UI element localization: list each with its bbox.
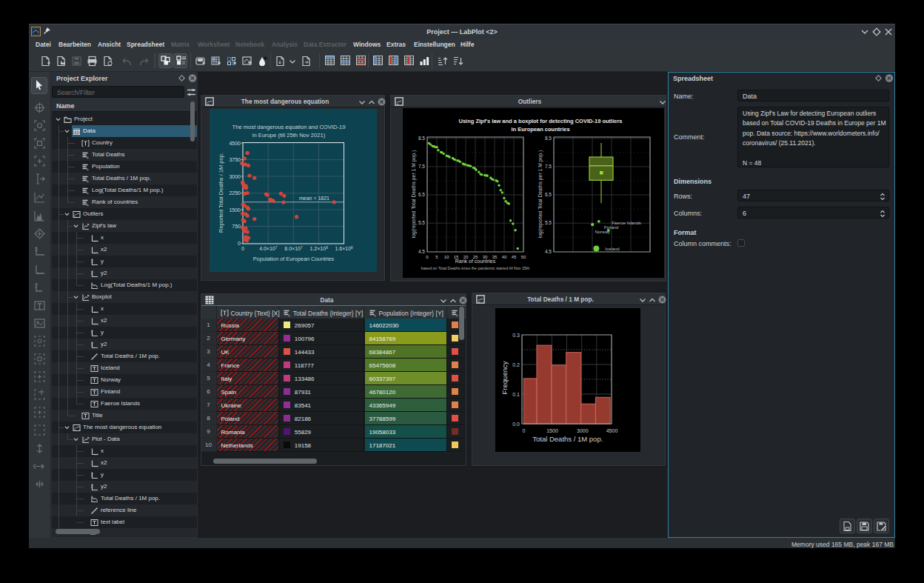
svg-text:Finland: Finland xyxy=(604,225,619,230)
svg-text:0: 0 xyxy=(241,246,244,251)
svg-text:Faeroe Islands: Faeroe Islands xyxy=(612,221,641,225)
svg-text:1500: 1500 xyxy=(546,428,558,433)
svg-text:log(reported Total Deaths per: log(reported Total Deaths per 1 M pop.) xyxy=(538,150,543,239)
svg-text:6.5: 6.5 xyxy=(545,192,552,197)
svg-text:0: 0 xyxy=(238,241,241,246)
svg-text:0.3: 0.3 xyxy=(512,333,520,338)
svg-text:in European countries: in European countries xyxy=(511,126,569,133)
svg-text:3000: 3000 xyxy=(577,428,589,433)
svg-text:7.5: 7.5 xyxy=(418,164,425,169)
svg-text:Iceland: Iceland xyxy=(605,247,619,251)
svg-text:based on Total Deaths since th: based on Total Deaths since the pandemic… xyxy=(421,266,530,270)
svg-text:45: 45 xyxy=(512,255,517,259)
svg-text:8.5: 8.5 xyxy=(418,136,425,141)
svg-text:in Europe (till 25th Nov 2021): in Europe (till 25th Nov 2021) xyxy=(252,132,326,139)
svg-text:Frequency: Frequency xyxy=(500,361,509,394)
svg-text:0: 0 xyxy=(523,428,526,433)
svg-text:Total Deaths / 1M pop.: Total Deaths / 1M pop. xyxy=(532,435,603,443)
svg-text:7.5: 7.5 xyxy=(545,164,552,169)
svg-text:5.5: 5.5 xyxy=(545,220,552,225)
svg-text:0.0: 0.0 xyxy=(512,422,520,427)
svg-text:4500: 4500 xyxy=(606,428,618,433)
svg-text:log(reported Total Deaths per: log(reported Total Deaths per 1 M pop.) xyxy=(411,150,417,239)
svg-text:40: 40 xyxy=(502,255,507,259)
svg-text:1.2×108: 1.2×108 xyxy=(310,246,329,252)
svg-text:mean = 1821: mean = 1821 xyxy=(299,196,329,201)
svg-text:0.2: 0.2 xyxy=(512,362,520,367)
svg-text:10: 10 xyxy=(444,255,449,259)
svg-text:750: 750 xyxy=(232,224,241,229)
svg-text:4500: 4500 xyxy=(229,141,241,146)
svg-text:5.5: 5.5 xyxy=(418,220,425,225)
svg-text:Reported Total Deaths / 1M pop: Reported Total Deaths / 1M pop. xyxy=(218,153,224,233)
svg-text:6.5: 6.5 xyxy=(418,192,425,197)
svg-text:2250: 2250 xyxy=(229,190,241,196)
svg-text:50: 50 xyxy=(521,255,526,259)
svg-text:8.5: 8.5 xyxy=(545,136,552,141)
svg-text:Rank of countries: Rank of countries xyxy=(455,259,496,264)
svg-text:3750: 3750 xyxy=(229,157,241,162)
svg-text:3000: 3000 xyxy=(229,174,241,179)
svg-text:4.5: 4.5 xyxy=(545,249,552,254)
svg-text:1500: 1500 xyxy=(229,207,241,213)
svg-text:The most dangerous equation an: The most dangerous equation and COVID-19 xyxy=(232,124,346,130)
svg-text:0.1: 0.1 xyxy=(512,392,520,397)
svg-text:Population of European Countri: Population of European Countries xyxy=(253,256,335,262)
svg-text:Norway: Norway xyxy=(595,230,609,234)
svg-text:4.5: 4.5 xyxy=(418,249,425,254)
svg-text:4.0×107: 4.0×107 xyxy=(259,246,278,252)
svg-text:Using Zipf's law and a boxplot: Using Zipf's law and a boxplot for detec… xyxy=(459,118,623,124)
svg-text:8.0×107: 8.0×107 xyxy=(284,246,303,252)
svg-text:1.6×108: 1.6×108 xyxy=(335,246,353,252)
